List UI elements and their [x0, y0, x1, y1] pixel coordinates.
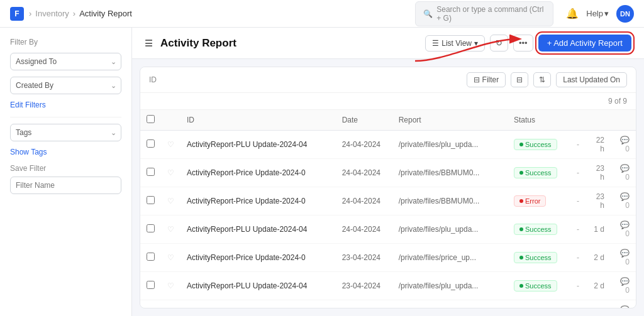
table-row: ♡ ActivityReport-PLU Update-2024-04 24-0… — [140, 131, 636, 159]
row-heart-4[interactable]: ♡ — [161, 244, 180, 272]
row-heart-2[interactable]: ♡ — [161, 187, 180, 215]
assigned-to-select[interactable]: Assigned To — [10, 53, 121, 70]
tags-select[interactable]: Tags — [10, 124, 121, 141]
row-checkbox-3[interactable] — [147, 224, 155, 232]
col-header-status: Status — [508, 110, 570, 131]
row-status-5: Success — [508, 272, 570, 300]
red-arrow-annotation — [409, 33, 535, 67]
edit-filters-link[interactable]: Edit Filters — [10, 101, 121, 109]
row-comments-0: 💬 0 — [611, 131, 636, 159]
table-row: ♡ ActivityReport-Price Update-2024-0 24-… — [140, 159, 636, 187]
row-id-5: ActivityReport-PLU Update-2024-04 — [180, 272, 336, 300]
row-dash-5: - — [570, 272, 586, 300]
row-heart-5[interactable]: ♡ — [161, 272, 180, 300]
row-checkbox-0[interactable] — [147, 139, 155, 148]
breadcrumb-inventory[interactable]: Inventory — [35, 9, 69, 18]
row-date-3: 24-04-2024 — [336, 215, 392, 244]
menu-icon[interactable]: ☰ — [145, 38, 153, 48]
table-row: ♡ ActivityReport-Price Update-2024-0 24-… — [140, 187, 636, 215]
search-icon: 🔍 — [423, 9, 433, 18]
row-count: 9 of 9 — [140, 93, 636, 110]
row-dash-3: - — [570, 215, 586, 244]
row-id-1: ActivityReport-Price Update-2024-0 — [180, 159, 336, 187]
row-checkbox-2[interactable] — [147, 196, 155, 204]
row-date-4: 23-04-2024 — [336, 244, 392, 272]
col-header-id: ID — [180, 110, 336, 131]
row-id-2: ActivityReport-Price Update-2024-0 — [180, 187, 336, 215]
add-activity-report-button[interactable]: + Add Activity Report — [538, 35, 631, 52]
row-status-0: Success — [508, 131, 570, 159]
chevron-down-icon: ▾ — [604, 9, 609, 18]
nav-right: 🔔 Help ▾ DN — [566, 5, 634, 23]
sidebar: Filter By Assigned To Created By Edit Fi… — [0, 28, 132, 316]
created-by-select[interactable]: Created By — [10, 77, 121, 94]
filter-button[interactable]: ⊟ Filter — [467, 72, 506, 87]
row-checkbox-4[interactable] — [147, 253, 155, 261]
row-heart-1[interactable]: ♡ — [161, 159, 180, 187]
row-time-1: 23 h — [586, 159, 611, 187]
row-date-6: 23-04-2024 — [336, 300, 392, 309]
row-id-4: ActivityReport-Price Update-2024-0 — [180, 244, 336, 272]
row-checkbox-5[interactable] — [147, 281, 155, 289]
row-report-3: /private/files/plu_upda... — [392, 215, 508, 244]
notification-bell-icon[interactable]: 🔔 — [566, 8, 579, 19]
filter-small-button[interactable]: ⊟ — [511, 72, 528, 87]
row-status-3: Success — [508, 215, 570, 244]
row-status-1: Success — [508, 159, 570, 187]
filter-name-input[interactable] — [10, 177, 121, 194]
row-time-3: 1 d — [586, 215, 611, 244]
filter-small-icon: ⊟ — [516, 75, 523, 84]
table-row: ♡ ActivityReport-Price Update-2024-0 23-… — [140, 244, 636, 272]
table-header-row: ID Date Report Status — [140, 110, 636, 131]
row-status-4: Success — [508, 244, 570, 272]
row-dash-6: - — [570, 300, 586, 309]
search-placeholder: Search or type a command (Ctrl + G) — [436, 5, 545, 23]
sort-button[interactable]: ⇅ — [533, 72, 551, 87]
row-time-2: 23 h — [586, 187, 611, 215]
row-comments-1: 💬 0 — [611, 159, 636, 187]
assigned-to-filter: Assigned To — [10, 53, 121, 70]
table-area: ID ⊟ Filter ⊟ ⇅ Last Updated On 9 of 9 — [140, 67, 636, 308]
row-report-4: /private/files/price_up... — [392, 244, 508, 272]
row-date-2: 24-04-2024 — [336, 187, 392, 215]
main-content: ☰ Activity Report ☰ List View ▾ ↻ ••• + … — [132, 28, 644, 316]
sort-icon: ⇅ — [539, 75, 545, 84]
row-id-3: ActivityReport-PLU Update-2024-04 — [180, 215, 336, 244]
row-status-2: Error — [508, 187, 570, 215]
filter-by-title: Filter By — [10, 38, 121, 46]
avatar[interactable]: DN — [616, 5, 634, 23]
select-all-checkbox[interactable] — [147, 115, 155, 123]
row-heart-6[interactable]: ♡ — [161, 300, 180, 309]
row-time-6: 2 d — [586, 300, 611, 309]
created-by-filter: Created By — [10, 77, 121, 94]
row-dash-2: - — [570, 187, 586, 215]
row-heart-0[interactable]: ♡ — [161, 131, 180, 159]
page-title: ☰ Activity Report — [145, 37, 236, 50]
col-header-report: Report — [392, 110, 508, 131]
row-dash-0: - — [570, 131, 586, 159]
table-toolbar: ID ⊟ Filter ⊟ ⇅ Last Updated On — [140, 67, 636, 93]
row-comments-3: 💬 0 — [611, 215, 636, 244]
row-date-0: 24-04-2024 — [336, 131, 392, 159]
save-filter-title: Save Filter — [10, 164, 121, 173]
help-menu[interactable]: Help ▾ — [586, 9, 609, 18]
row-status-6: Success — [508, 300, 570, 309]
tags-filter: Tags — [10, 124, 121, 141]
app-logo: F — [10, 7, 24, 21]
table-row: ♡ ActivityReport-PLU Update-2024-04 23-0… — [140, 300, 636, 309]
row-date-1: 24-04-2024 — [336, 159, 392, 187]
table-row: ♡ ActivityReport-PLU Update-2024-04 23-0… — [140, 272, 636, 300]
search-bar[interactable]: 🔍 Search or type a command (Ctrl + G) — [415, 1, 553, 26]
breadcrumb-activity-report: Activity Report — [79, 9, 132, 18]
row-heart-3[interactable]: ♡ — [161, 215, 180, 244]
show-tags-link[interactable]: Show Tags — [10, 148, 121, 156]
layout: Filter By Assigned To Created By Edit Fi… — [0, 28, 644, 316]
row-dash-4: - — [570, 244, 586, 272]
row-report-0: /private/files/plu_upda... — [392, 131, 508, 159]
row-id-6: ActivityReport-PLU Update-2024-04 — [180, 300, 336, 309]
row-checkbox-1[interactable] — [147, 168, 155, 176]
page-header: ☰ Activity Report ☰ List View ▾ ↻ ••• + … — [132, 28, 644, 59]
last-updated-button[interactable]: Last Updated On — [556, 72, 627, 87]
row-comments-6: 💬 0 — [611, 300, 636, 309]
row-comments-5: 💬 0 — [611, 272, 636, 300]
